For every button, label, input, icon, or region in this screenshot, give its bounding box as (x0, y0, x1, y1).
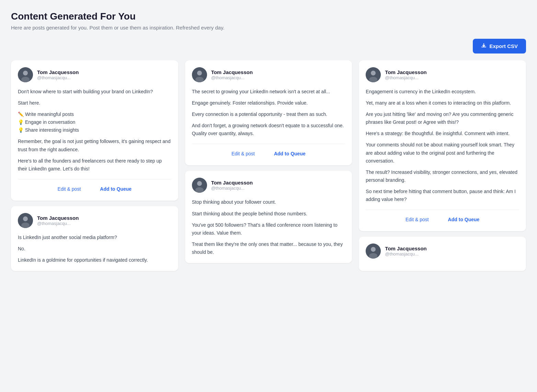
edit-post-button-2[interactable]: Edit & post (226, 149, 260, 158)
card-header-2: Tom Jacquesson @thomasjacqu... (192, 67, 345, 82)
author-handle-6: @thomasjacqu... (385, 251, 426, 257)
post-card-1: Tom Jacquesson @thomasjacqu... Don't kno… (11, 60, 178, 201)
content-columns: Tom Jacquesson @thomasjacqu... Don't kno… (11, 60, 526, 271)
avatar-3 (366, 67, 381, 82)
author-info-4: Tom Jacquesson @thomasjacqu... (37, 215, 79, 226)
column-1: Tom Jacquesson @thomasjacqu... Don't kno… (11, 60, 178, 271)
card-body-2: The secret to growing your LinkedIn netw… (192, 88, 345, 138)
avatar-2 (192, 67, 207, 82)
page-subtitle: Here are posts generated for you. Post t… (11, 25, 526, 31)
edit-post-button-1[interactable]: Edit & post (52, 184, 87, 194)
post-card-6: Tom Jacquesson @thomasjacqu... (359, 237, 526, 271)
svg-point-7 (197, 71, 202, 75)
author-info-1: Tom Jacquesson @thomasjacqu... (37, 69, 79, 80)
svg-point-13 (371, 71, 376, 75)
add-to-queue-button-2[interactable]: Add to Queue (268, 149, 311, 158)
author-name-5: Tom Jacquesson (211, 180, 253, 186)
post-card-5: Tom Jacquesson @thomasjacqu... Stop thin… (185, 171, 352, 263)
author-handle-4: @thomasjacqu... (37, 221, 79, 226)
author-name-6: Tom Jacquesson (385, 246, 426, 251)
post-card-2: Tom Jacquesson @thomasjacqu... The secre… (185, 60, 352, 165)
author-info-3: Tom Jacquesson @thomasjacqu... (385, 69, 426, 80)
post-card-4: Tom Jacquesson @thomasjacqu... Is Linked… (11, 206, 178, 271)
author-name-1: Tom Jacquesson (37, 69, 79, 75)
svg-point-5 (21, 223, 30, 228)
card-header-3: Tom Jacquesson @thomasjacqu... (366, 67, 519, 82)
svg-point-2 (21, 77, 30, 82)
column-2: Tom Jacquesson @thomasjacqu... The secre… (185, 60, 352, 263)
author-handle-1: @thomasjacqu... (37, 75, 79, 80)
svg-point-14 (369, 77, 377, 82)
svg-point-10 (197, 181, 202, 186)
card-body-1: Don't know where to start with building … (18, 88, 171, 173)
avatar-1 (18, 67, 33, 82)
author-name-3: Tom Jacquesson (385, 69, 426, 75)
edit-post-button-3[interactable]: Edit & post (400, 215, 434, 224)
card-actions-1: Edit & post Add to Queue (18, 179, 171, 194)
svg-point-4 (23, 216, 28, 221)
svg-point-16 (371, 247, 376, 252)
author-handle-2: @thomasjacqu... (211, 75, 253, 80)
author-info-5: Tom Jacquesson @thomasjacqu... (211, 180, 253, 191)
post-card-3: Tom Jacquesson @thomasjacqu... Engagemen… (359, 60, 526, 231)
card-actions-3: Edit & post Add to Queue (366, 210, 519, 224)
card-body-5: Stop thinking about your follower count.… (192, 198, 345, 256)
download-icon (481, 43, 487, 49)
author-info-2: Tom Jacquesson @thomasjacqu... (211, 69, 253, 80)
card-header-4: Tom Jacquesson @thomasjacqu... (18, 213, 171, 228)
add-to-queue-button-3[interactable]: Add to Queue (443, 215, 485, 224)
add-to-queue-button-1[interactable]: Add to Queue (94, 184, 137, 194)
svg-point-8 (195, 77, 204, 82)
card-body-3: Engagement is currency in the LinkedIn e… (366, 88, 519, 203)
column-3: Tom Jacquesson @thomasjacqu... Engagemen… (359, 60, 526, 271)
author-name-4: Tom Jacquesson (37, 215, 79, 221)
card-actions-2: Edit & post Add to Queue (192, 144, 345, 158)
page-header: Content Generated For You Here are posts… (11, 11, 526, 31)
avatar-4 (18, 213, 33, 228)
export-csv-button[interactable]: Export CSV (473, 39, 526, 54)
svg-point-17 (369, 253, 377, 259)
card-header-6: Tom Jacquesson @thomasjacqu... (366, 243, 519, 259)
author-handle-5: @thomasjacqu... (211, 186, 253, 191)
svg-point-1 (23, 71, 28, 75)
author-name-2: Tom Jacquesson (211, 69, 253, 75)
header-actions: Export CSV (11, 39, 526, 54)
avatar-5 (192, 178, 207, 193)
card-header-1: Tom Jacquesson @thomasjacqu... (18, 67, 171, 82)
avatar-6 (366, 243, 381, 259)
card-header-5: Tom Jacquesson @thomasjacqu... (192, 178, 345, 193)
card-body-4: Is LinkedIn just another social media pl… (18, 234, 171, 264)
svg-point-11 (195, 187, 204, 193)
page-title: Content Generated For You (11, 11, 526, 22)
author-handle-3: @thomasjacqu... (385, 75, 426, 80)
author-info-6: Tom Jacquesson @thomasjacqu... (385, 246, 426, 257)
